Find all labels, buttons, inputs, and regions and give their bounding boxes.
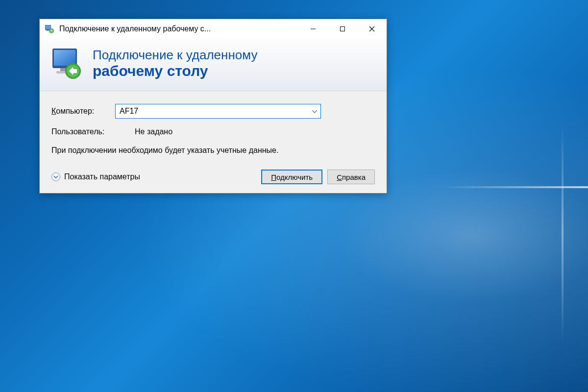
credentials-info-text: При подключении необходимо будет указать… bbox=[51, 145, 321, 156]
computer-combobox[interactable] bbox=[115, 104, 321, 119]
svg-rect-2 bbox=[47, 30, 49, 30]
help-button[interactable]: Справка bbox=[327, 170, 375, 184]
connect-button[interactable]: Подключить bbox=[261, 170, 322, 184]
banner-title-line1: Подключение к удаленному bbox=[93, 48, 257, 63]
rdp-app-icon bbox=[45, 24, 54, 34]
header-banner: Подключение к удаленному рабочему столу bbox=[40, 39, 387, 91]
rdp-banner-icon bbox=[49, 47, 84, 81]
user-value: Не задано bbox=[135, 127, 172, 136]
banner-title-line2: рабочему столу bbox=[93, 63, 257, 80]
footer-row: Показать параметры Подключить Справка bbox=[51, 170, 375, 184]
dialog-body: Компьютер: Пользователь: Не задано При п… bbox=[40, 91, 387, 193]
show-options-label: Показать параметры bbox=[64, 172, 140, 181]
titlebar[interactable]: Подключение к удаленному рабочему с... bbox=[40, 19, 387, 39]
minimize-button[interactable] bbox=[298, 19, 328, 39]
svg-rect-1 bbox=[46, 25, 50, 29]
computer-row: Компьютер: bbox=[51, 104, 375, 119]
svg-rect-7 bbox=[341, 27, 345, 31]
computer-input[interactable] bbox=[115, 104, 321, 119]
user-label: Пользователь: bbox=[51, 127, 115, 136]
window-controls bbox=[298, 19, 387, 39]
desktop-background-beam2 bbox=[562, 122, 564, 343]
banner-title: Подключение к удаленному рабочему столу bbox=[93, 48, 257, 79]
close-button[interactable] bbox=[357, 19, 387, 39]
expand-down-icon bbox=[51, 172, 60, 181]
computer-label: Компьютер: bbox=[51, 107, 115, 116]
show-options-link[interactable]: Показать параметры bbox=[51, 172, 256, 181]
window-title: Подключение к удаленному рабочему с... bbox=[59, 24, 298, 33]
rdp-dialog-window: Подключение к удаленному рабочему с... bbox=[39, 19, 387, 194]
maximize-button[interactable] bbox=[328, 19, 357, 39]
user-row: Пользователь: Не задано bbox=[51, 127, 375, 136]
desktop-background-beam bbox=[441, 186, 588, 188]
